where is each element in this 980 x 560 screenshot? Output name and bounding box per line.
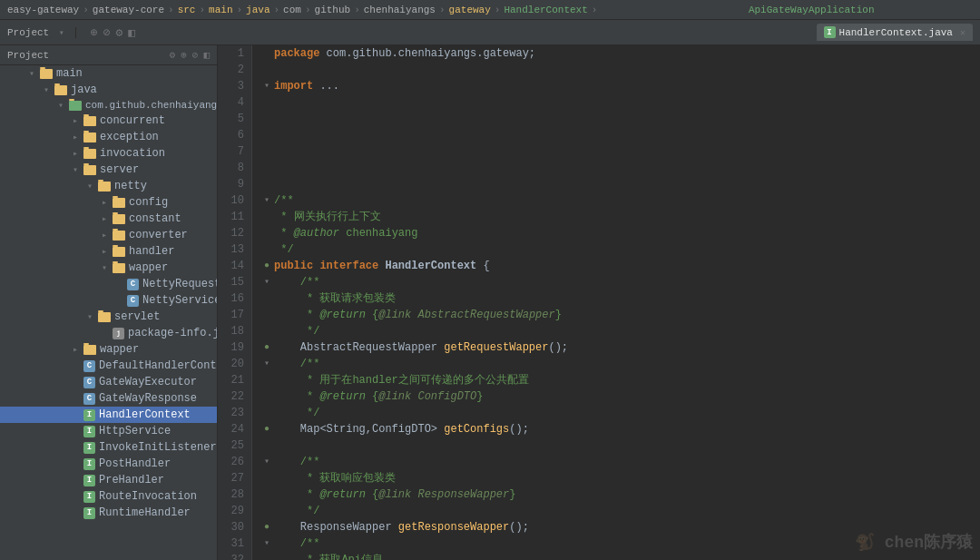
sidebar-item-exception[interactable]: exception bbox=[0, 129, 217, 145]
sidebar-item-concurrent[interactable]: concurrent bbox=[0, 113, 217, 129]
toolbar-icon-2[interactable]: ⊘ bbox=[103, 25, 111, 40]
fold-icon-10[interactable]: ▾ bbox=[264, 192, 270, 209]
interface-icon-handler-context: I bbox=[83, 409, 95, 421]
breadcrumb-github[interactable]: github bbox=[315, 5, 351, 15]
folder-icon-netty bbox=[98, 182, 111, 192]
sidebar-item-config[interactable]: config bbox=[0, 194, 217, 211]
editor-tab-handler-context[interactable]: I HandlerContext.java ✕ bbox=[817, 24, 973, 41]
code-line-23: */ bbox=[260, 405, 980, 421]
sidebar-header: Project ⚙ ⊕ ⊘ ◧ bbox=[0, 45, 217, 65]
sidebar-icon-settings[interactable]: ⚙ bbox=[170, 49, 176, 61]
breadcrumb-api-gateway[interactable]: ApiGateWayApplication bbox=[749, 5, 875, 15]
arrow-pkg bbox=[58, 100, 69, 111]
sidebar-item-netty-service-impl[interactable]: C NettyServiceImpl bbox=[0, 292, 217, 309]
interface-icon-post-handler: I bbox=[83, 458, 95, 470]
sidebar-item-netty[interactable]: netty bbox=[0, 178, 217, 194]
breadcrumb-com[interactable]: com bbox=[283, 5, 301, 15]
code-line-30: ● ResponseWapper getResponseWapper(); bbox=[260, 519, 980, 535]
code-line-28: * @return {@link ResponseWapper} bbox=[260, 486, 980, 503]
code-line-2 bbox=[260, 62, 980, 78]
code-line-18: */ bbox=[260, 323, 980, 339]
sidebar-item-handler[interactable]: handler bbox=[0, 243, 217, 260]
breadcrumb-easy-gateway[interactable]: easy-gateway bbox=[7, 5, 79, 15]
project-label[interactable]: Project ▾ bbox=[7, 27, 76, 38]
arrow-config bbox=[102, 197, 113, 208]
breadcrumb-java[interactable]: java bbox=[246, 5, 270, 15]
sidebar-item-servlet[interactable]: servlet bbox=[0, 309, 217, 325]
code-line-4 bbox=[260, 94, 980, 111]
sidebar-item-wapper-netty[interactable]: wapper bbox=[0, 260, 217, 276]
sidebar-item-server[interactable]: server bbox=[0, 162, 217, 178]
sidebar-item-runtime-handler[interactable]: I RuntimeHandler bbox=[0, 505, 217, 521]
toolbar: Project ▾ ⊕ ⊘ ⚙ ◧ I HandlerContext.java … bbox=[0, 20, 980, 45]
breadcrumb: easy-gateway › gateway-core › src › main… bbox=[7, 5, 875, 15]
sidebar-item-default-handler-context[interactable]: C DefaultHandlerContext bbox=[0, 358, 217, 374]
code-line-32: * 获取Api信息 bbox=[260, 552, 980, 560]
breadcrumb-gateway-core[interactable]: gateway-core bbox=[93, 5, 164, 15]
editor-wrapper: 1 2 3 4 5 6 7 8 9 10 11 12 13 14 15 16 1 bbox=[218, 45, 980, 560]
arrow-constant bbox=[102, 213, 113, 224]
sidebar-item-constant[interactable]: constant bbox=[0, 211, 217, 227]
sidebar-icon-more[interactable]: ◧ bbox=[203, 49, 210, 61]
toolbar-icon-3[interactable]: ⚙ bbox=[116, 25, 123, 40]
sidebar-item-gateway-response[interactable]: C GateWayResponse bbox=[0, 390, 217, 407]
tree: main java com.github.chenhaiyangs.gatewa… bbox=[0, 65, 217, 521]
sidebar-icon-collapse[interactable]: ⊘ bbox=[192, 49, 199, 61]
folder-icon-wapper-netty bbox=[113, 263, 125, 273]
folder-icon-servlet bbox=[98, 312, 111, 322]
breadcrumb-chenhaiyangs[interactable]: chenhaiyangs bbox=[364, 5, 436, 15]
code-line-7 bbox=[260, 143, 980, 160]
code-line-24: ● Map<String,ConfigDTO> getConfigs(); bbox=[260, 421, 980, 437]
toolbar-icon-1[interactable]: ⊕ bbox=[91, 25, 98, 40]
sidebar-item-package-info[interactable]: j package-info.java bbox=[0, 325, 217, 341]
folder-icon-config bbox=[113, 198, 125, 208]
sidebar-item-invocation[interactable]: invocation bbox=[0, 145, 217, 162]
sidebar-item-route-invocation[interactable]: I RouteInvocation bbox=[0, 488, 217, 505]
sidebar-item-main[interactable]: main bbox=[0, 65, 217, 82]
sidebar-icon-scroll[interactable]: ⊕ bbox=[181, 49, 187, 61]
folder-icon-wapper-top bbox=[83, 345, 96, 355]
sidebar-item-converter[interactable]: converter bbox=[0, 227, 217, 243]
class-icon-default-handler: C bbox=[83, 360, 95, 372]
breadcrumb-handler-context[interactable]: HandlerContext bbox=[504, 5, 587, 15]
sidebar-item-post-handler[interactable]: I PostHandler bbox=[0, 456, 217, 472]
folder-icon-java bbox=[54, 85, 67, 95]
code-line-9 bbox=[260, 176, 980, 192]
code-line-19: ● AbstractRequestWapper getRequestWapper… bbox=[260, 339, 980, 356]
breadcrumb-main[interactable]: main bbox=[209, 5, 232, 15]
sidebar-item-package[interactable]: com.github.chenhaiyangs.gateway bbox=[0, 98, 217, 113]
code-line-31: ▾ /** bbox=[260, 535, 980, 552]
interface-icon-runtime-handler: I bbox=[83, 507, 95, 519]
sidebar-item-netty-request-wapper[interactable]: C NettyRequestWapper bbox=[0, 276, 217, 292]
arrow-wapper-top bbox=[73, 344, 83, 355]
breadcrumb-gateway[interactable]: gateway bbox=[449, 5, 491, 15]
tab-close-icon[interactable]: ✕ bbox=[960, 27, 965, 38]
sidebar-item-pre-handler[interactable]: I PreHandler bbox=[0, 472, 217, 488]
interface-icon-pre-handler: I bbox=[83, 475, 95, 486]
sidebar-item-gateway-executor[interactable]: C GateWayExecutor bbox=[0, 374, 217, 390]
code-line-12: * @author chenhaiyang bbox=[260, 225, 980, 241]
sidebar-item-http-service[interactable]: I HttpService bbox=[0, 423, 217, 439]
code-line-14: ● public interface HandlerContext { bbox=[260, 258, 980, 274]
code-line-29: */ bbox=[260, 503, 980, 519]
folder-icon-exception bbox=[83, 133, 96, 142]
toolbar-icon-4[interactable]: ◧ bbox=[128, 25, 135, 40]
folder-icon-converter bbox=[113, 231, 125, 241]
class-icon-gateway-executor: C bbox=[83, 377, 95, 388]
arrow-handler bbox=[102, 246, 113, 257]
line-numbers: 1 2 3 4 5 6 7 8 9 10 11 12 13 14 15 16 1 bbox=[218, 45, 252, 560]
arrow-java bbox=[44, 84, 54, 95]
sidebar-item-invoke-init[interactable]: I InvokeInitListener bbox=[0, 439, 217, 456]
folder-icon-main bbox=[40, 69, 53, 79]
code-editor[interactable]: 1 2 3 4 5 6 7 8 9 10 11 12 13 14 15 16 1 bbox=[218, 45, 980, 560]
code-line-3: ▾ import ... bbox=[260, 78, 980, 94]
folder-icon-handler bbox=[113, 247, 125, 257]
breadcrumb-src[interactable]: src bbox=[178, 5, 196, 15]
sidebar-item-wapper-top[interactable]: wapper bbox=[0, 341, 217, 358]
folder-icon-server bbox=[83, 165, 96, 175]
sidebar-item-java[interactable]: java bbox=[0, 82, 217, 98]
sidebar-toolbar: ⚙ ⊕ ⊘ ◧ bbox=[170, 49, 211, 61]
interface-icon-invoke-init: I bbox=[83, 442, 95, 454]
sidebar-item-handler-context[interactable]: I HandlerContext bbox=[0, 407, 217, 423]
fold-icon-3[interactable]: ▾ bbox=[264, 78, 270, 94]
